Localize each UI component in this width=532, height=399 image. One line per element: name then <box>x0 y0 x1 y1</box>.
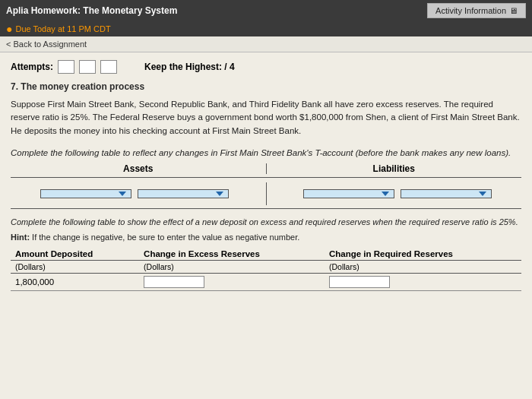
due-bar: ● Due Today at 11 PM CDT <box>0 21 532 36</box>
question-body: Suppose First Main Street Bank, Second R… <box>11 98 521 138</box>
assets-dropdown-1[interactable] <box>40 189 131 198</box>
due-dot-icon: ● <box>6 23 12 35</box>
col3-sub: (Dollars) <box>325 261 521 274</box>
top-bar: Aplia Homework: The Monetary System Acti… <box>0 0 532 21</box>
attempt-box-3 <box>100 60 117 74</box>
attempt-box-2 <box>79 60 96 74</box>
amount-table: Amount Deposited Change in Excess Reserv… <box>11 248 521 291</box>
attempts-label: Attempts: <box>11 62 53 72</box>
chevron-down-icon-3 <box>382 192 389 196</box>
question-number: 7. <box>11 81 18 92</box>
liabilities-dropdown-2[interactable] <box>401 189 492 198</box>
second-instruction: Complete the following table to show the… <box>11 217 521 228</box>
excess-reserves-cell[interactable] <box>139 274 325 291</box>
col3-header: Change in Required Reserves <box>325 248 521 261</box>
chevron-down-icon-1 <box>119 192 126 196</box>
back-link-bar: < Back to Assignment <box>0 36 532 52</box>
col2-header: Change in Excess Reserves <box>139 248 325 261</box>
table-row: 1,800,000 <box>11 274 521 291</box>
hint-row: Hint: If the change is negative, be sure… <box>11 233 521 242</box>
due-text: Due Today at 11 PM CDT <box>15 24 110 33</box>
liabilities-dropdown-1[interactable] <box>303 189 394 198</box>
activity-info-label: Activity Information <box>435 6 506 15</box>
assets-header: Assets <box>11 163 266 174</box>
liabilities-header: Liabilities <box>267 163 522 174</box>
t-account-section: Assets Liabilities <box>11 163 521 209</box>
page-title: Aplia Homework: The Monetary System <box>6 5 177 16</box>
hint-label: Hint: <box>11 233 30 242</box>
t-account-top-divider <box>11 177 521 178</box>
required-reserves-input[interactable] <box>329 276 390 288</box>
excess-reserves-input[interactable] <box>144 276 204 288</box>
chevron-down-icon-4 <box>479 192 486 196</box>
attempts-row: Attempts: Keep the Highest: / 4 <box>11 60 521 74</box>
back-to-assignment-link[interactable]: < Back to Assignment <box>6 40 87 49</box>
t-vertical-divider <box>266 182 267 205</box>
main-content: Attempts: Keep the Highest: / 4 7. The m… <box>0 52 532 399</box>
activity-info-button[interactable]: Activity Information 🖥 <box>427 3 526 18</box>
chevron-down-icon-2 <box>216 192 223 196</box>
monitor-icon: 🖥 <box>509 6 518 15</box>
required-reserves-cell[interactable] <box>325 274 521 291</box>
keep-highest-label: Keep the Highest: / 4 <box>144 62 235 72</box>
question-topic: The money creation process <box>21 81 144 92</box>
hint-body: If the change is negative, be sure to en… <box>32 233 299 242</box>
assets-dropdown-2[interactable] <box>138 189 229 198</box>
attempt-box-1 <box>58 60 74 74</box>
col1-sub: (Dollars) <box>11 261 139 274</box>
question-title: 7. The money creation process <box>11 81 521 92</box>
col2-sub: (Dollars) <box>139 261 325 274</box>
t-account-instruction: Complete the following table to reflect … <box>11 148 521 157</box>
t-account-header: Assets Liabilities <box>11 163 521 174</box>
col1-header: Amount Deposited <box>11 248 139 261</box>
t-account-dropdowns-row <box>11 182 521 205</box>
amount-deposited-cell: 1,800,000 <box>11 274 139 291</box>
